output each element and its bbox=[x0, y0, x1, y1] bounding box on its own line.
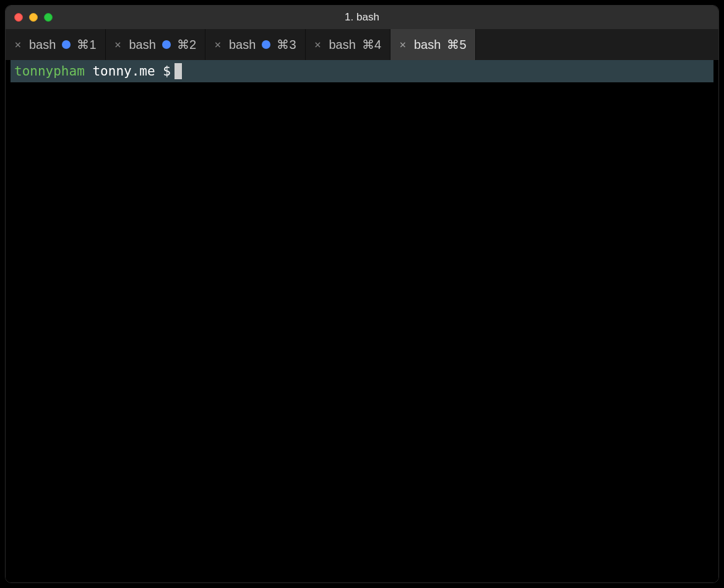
cursor-icon bbox=[175, 63, 182, 79]
activity-dot-icon bbox=[62, 40, 71, 49]
tab-label: bash bbox=[329, 38, 356, 52]
close-icon[interactable]: × bbox=[13, 39, 23, 50]
tab-3[interactable]: × bash ⌘3 bbox=[205, 29, 306, 60]
minimize-window-icon[interactable] bbox=[29, 13, 38, 22]
close-icon[interactable]: × bbox=[398, 39, 408, 50]
activity-dot-icon bbox=[262, 40, 270, 49]
terminal-window: 1. bash × bash ⌘1 × bash ⌘2 × bash ⌘3 × … bbox=[5, 5, 719, 583]
tab-label: bash bbox=[29, 38, 56, 52]
title-bar: 1. bash bbox=[6, 6, 718, 29]
prompt-host: tonny.me bbox=[92, 64, 155, 79]
close-icon[interactable]: × bbox=[213, 39, 223, 50]
tab-1[interactable]: × bash ⌘1 bbox=[6, 29, 106, 60]
prompt-line[interactable]: tonnypham tonny.me $ bbox=[11, 60, 713, 82]
tab-shortcut: ⌘4 bbox=[362, 37, 381, 52]
tab-shortcut: ⌘3 bbox=[277, 37, 296, 52]
window-title: 1. bash bbox=[6, 11, 718, 24]
close-icon[interactable]: × bbox=[113, 39, 123, 50]
activity-dot-icon bbox=[162, 40, 171, 49]
tab-shortcut: ⌘2 bbox=[177, 37, 196, 52]
close-icon[interactable]: × bbox=[313, 39, 323, 50]
terminal-body[interactable]: tonnypham tonny.me $ bbox=[6, 60, 718, 582]
tab-4[interactable]: × bash ⌘4 bbox=[306, 29, 391, 60]
tab-strip: × bash ⌘1 × bash ⌘2 × bash ⌘3 × bash ⌘4 … bbox=[6, 29, 718, 60]
tab-label: bash bbox=[229, 38, 256, 52]
tab-5[interactable]: × bash ⌘5 bbox=[390, 29, 476, 60]
close-window-icon[interactable] bbox=[14, 13, 23, 22]
prompt-user: tonnypham bbox=[14, 64, 85, 79]
zoom-window-icon[interactable] bbox=[44, 13, 53, 22]
tab-label: bash bbox=[414, 38, 441, 52]
tab-shortcut: ⌘5 bbox=[447, 37, 466, 52]
prompt-symbol: $ bbox=[163, 64, 171, 79]
tab-label: bash bbox=[129, 38, 156, 52]
terminal-empty-area[interactable] bbox=[6, 82, 718, 582]
tab-2[interactable]: × bash ⌘2 bbox=[106, 29, 206, 60]
tab-shortcut: ⌘1 bbox=[77, 37, 96, 52]
traffic-lights bbox=[14, 13, 53, 22]
